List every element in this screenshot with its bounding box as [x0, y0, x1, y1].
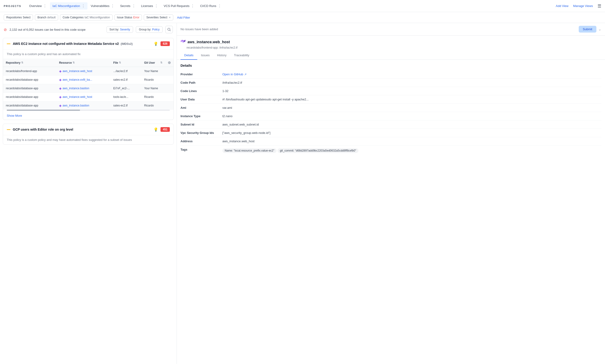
cell-git-user: Your Name	[141, 84, 174, 93]
filter-issue-status[interactable]: Issue Status Error	[114, 14, 142, 20]
table-row[interactable]: recardolabs/frontend-app◈aws_instance.we…	[3, 67, 174, 76]
submit-text: No issues have been added	[180, 27, 579, 31]
nav-vcs[interactable]: VCS Pull Requests ⋮	[161, 2, 197, 10]
hamburger-icon[interactable]: ☰	[598, 3, 601, 9]
cell-resource[interactable]: ◈aws_instance.bastion	[56, 101, 110, 110]
detail-row: Addressaws_instance.web_host	[180, 137, 601, 145]
nav-vulnerabilities-dots[interactable]: ⋮	[111, 4, 114, 8]
nav-iac-dots[interactable]: ⋮	[81, 4, 85, 8]
detail-value: aws_subnet.web_subnet.id	[222, 123, 601, 126]
cell-file: Ei7vF_ec2-...	[110, 84, 141, 93]
table-row[interactable]: recardolabs/database-app◈aws_instance.we…	[3, 93, 174, 101]
scrollbar-track	[7, 110, 170, 111]
resource-name-row: aws_instance.web_host	[180, 39, 601, 45]
detail-row: TagsName: "local.resource_prefix.value-e…	[180, 145, 601, 156]
nav-secrets-dots[interactable]: ⋮	[132, 4, 136, 8]
nav-cicd-dots[interactable]: ⋮	[218, 4, 221, 8]
cell-file: .../iac/ec2.tf	[110, 67, 141, 76]
cell-resource[interactable]: ◈aws_instance.exfil_ba...	[56, 76, 110, 84]
table-row[interactable]: recardolabs/database-app◈aws_instance.ex…	[3, 76, 174, 84]
detail-value[interactable]: Open in GitHub ↗	[222, 73, 601, 76]
bulb-icon-1[interactable]: 💡	[153, 42, 158, 46]
issue-desc-2: This policy is a custom policy and may h…	[3, 135, 174, 144]
tab-traceability[interactable]: Traceability	[230, 51, 253, 60]
table-row[interactable]: recardolabs/database-app◈aws_instance.ba…	[3, 84, 174, 93]
detail-value: var.ami	[222, 106, 601, 109]
nav-secrets[interactable]: Secrets ⋮	[118, 2, 138, 10]
nav-vulnerabilities-label: Vulnerabilities	[91, 4, 109, 8]
issue-tag-1: (IMDSv2)	[121, 42, 133, 46]
add-filter-button[interactable]: Add Filter	[175, 15, 192, 20]
cell-resource[interactable]: ◈aws_instance.bastion	[56, 84, 110, 93]
nav-vcs-dots[interactable]: ⋮	[191, 4, 194, 8]
detail-key: Ami	[180, 106, 222, 109]
filter-branch[interactable]: Branch default	[35, 14, 58, 20]
filter-repositories[interactable]: Repositories Select	[4, 14, 33, 20]
group-button[interactable]: Group by: Policy	[136, 26, 162, 33]
tab-issues[interactable]: Issues	[197, 51, 214, 60]
cell-resource[interactable]: ◈aws_instance.web_host	[56, 93, 110, 101]
group-label: Group by:	[139, 28, 151, 31]
scrollbar-row[interactable]	[3, 110, 174, 112]
nav-cicd[interactable]: CI/CD Runs ⋮	[198, 2, 224, 10]
detail-key: Code Lines	[180, 89, 222, 93]
sort-button[interactable]: Sort by: Severity	[107, 26, 133, 33]
submit-button[interactable]: Submit	[579, 26, 596, 33]
tab-details[interactable]: Details	[180, 51, 197, 60]
tab-history[interactable]: History	[213, 51, 230, 60]
svg-marker-1	[182, 40, 184, 42]
nav-licenses[interactable]: Licenses ⋮	[139, 2, 161, 10]
sort-label: Sort by:	[109, 28, 119, 31]
cell-file: sales-ec2.tf	[110, 101, 141, 110]
summary-bar: ⊘ 2,132 out of 6,052 issues can be fixed…	[0, 23, 176, 36]
filter-severities-close[interactable]: ✕	[169, 16, 171, 19]
manage-views-button[interactable]: Manage Views	[573, 4, 593, 8]
detail-value: t2.nano	[222, 114, 601, 118]
add-view-button[interactable]: Add View	[556, 4, 568, 8]
nav-cicd-label: CI/CD Runs	[200, 4, 216, 8]
filter-severities-label: Severities	[146, 16, 159, 19]
nav-licenses-dots[interactable]: ⋮	[154, 4, 158, 8]
tag-badge: git_commit: "d68d2897add9bc2203a5ed0632a…	[278, 148, 358, 153]
filter-issue-status-label: Issue Status	[117, 16, 132, 19]
cell-repo: recardolabs/database-app	[3, 76, 56, 84]
col-file[interactable]: File ⇅	[110, 59, 141, 67]
filter-code-categories[interactable]: Code Categories IaC Misconfiguration	[60, 14, 112, 20]
tag-badge: Name: "local.resource_prefix.value-ec2"	[222, 148, 277, 153]
search-button[interactable]	[165, 26, 173, 33]
issue-card-2-header: GCP users with Editor role on org level …	[3, 124, 174, 135]
chevron-down-icon[interactable]: ⌄	[598, 27, 601, 31]
col-git-user[interactable]: Git User ⇅ ⊕	[141, 59, 174, 67]
col-resource[interactable]: Resource ⇅	[56, 59, 110, 67]
issue-severity-indicator-2	[7, 129, 11, 130]
filter-severities[interactable]: Severities Select ✕	[144, 14, 173, 20]
nav-vulnerabilities[interactable]: Vulnerabilities ⋮	[88, 2, 117, 10]
bulb-icon-2[interactable]: 💡	[153, 127, 158, 132]
right-panel: No issues have been added Submit ⌄ aws_i…	[177, 23, 605, 364]
cell-file: sales-ec2.tf	[110, 76, 141, 84]
detail-value: 1-32	[222, 89, 601, 93]
issue-table-1: Repository ⇅ Resource ⇅	[3, 59, 174, 110]
add-column-icon[interactable]: ⊕	[168, 60, 171, 65]
top-nav: PROJECTS Overview ⋮ IaC Misconfiguration…	[0, 0, 605, 12]
cell-resource[interactable]: ◈aws_instance.web_host	[56, 67, 110, 76]
scrollbar-thumb	[7, 110, 80, 111]
nav-iac[interactable]: IaC Misconfiguration ⋮	[50, 2, 87, 10]
svg-marker-2	[184, 40, 185, 42]
svg-marker-3	[181, 40, 182, 42]
issue-severity-indicator	[7, 43, 11, 44]
filter-bar: Repositories Select Branch default Code …	[0, 12, 605, 23]
filter-branch-label: Branch	[38, 16, 46, 19]
nav-overview[interactable]: Overview ⋮	[27, 2, 49, 10]
nav-overview-dots[interactable]: ⋮	[43, 4, 47, 8]
show-more-button[interactable]: Show More	[3, 112, 174, 120]
resource-terraform-icon	[180, 39, 186, 45]
nav-licenses-label: Licenses	[141, 4, 153, 8]
filter-repositories-value: Select	[23, 16, 30, 19]
detail-row: Vpc Security Group Ids["aws_security_gro…	[180, 129, 601, 137]
issue-count-2: 451	[161, 127, 170, 132]
table-row[interactable]: recardolabs/database-app◈aws_instance.ba…	[3, 101, 174, 110]
detail-value: aws_instance.web_host	[222, 140, 601, 143]
col-repository[interactable]: Repository ⇅	[3, 59, 56, 67]
detail-key: User Data	[180, 98, 222, 101]
